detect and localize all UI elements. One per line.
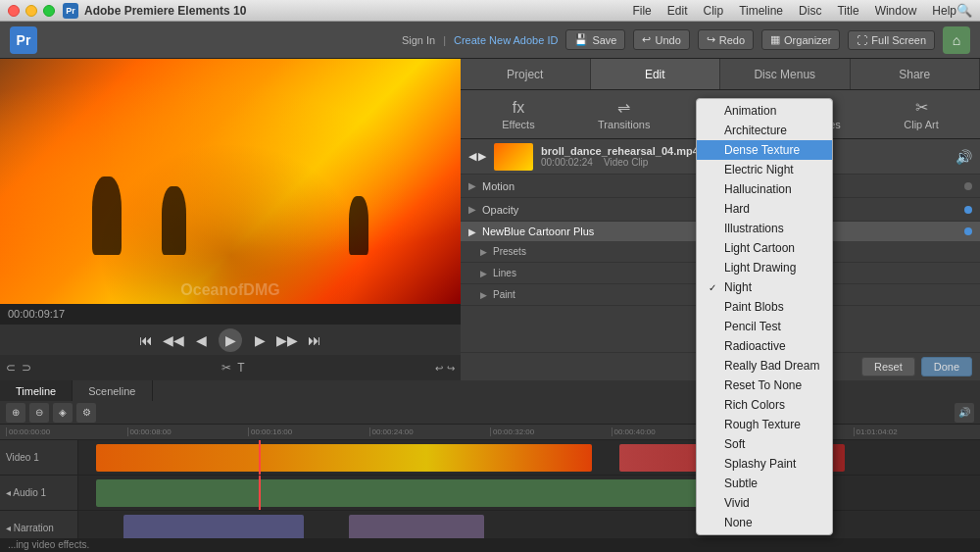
prev-frame-button[interactable]: ◀◀ bbox=[164, 330, 183, 350]
paint-label: Paint bbox=[493, 289, 515, 300]
dropdown-item-light-drawing[interactable]: Light Drawing bbox=[697, 258, 832, 277]
organizer-icon: ▦ bbox=[770, 33, 780, 46]
cartoonr-label: NewBlue Cartoonr Plus bbox=[482, 226, 594, 237]
dropdown-item-light-cartoon[interactable]: Light Cartoon bbox=[697, 238, 832, 258]
bottom-toolbar: ⊂ ⊃ ✂ T ↩ ↪ bbox=[0, 355, 461, 380]
menu-file[interactable]: File bbox=[632, 4, 651, 18]
tl-tool-3[interactable]: ◈ bbox=[53, 403, 73, 423]
dropdown-item-electric-night[interactable]: Electric Night bbox=[697, 160, 832, 179]
menu-timeline[interactable]: Timeline bbox=[739, 4, 783, 18]
close-button[interactable] bbox=[8, 5, 20, 17]
tl-settings[interactable]: ⚙ bbox=[76, 403, 96, 423]
narration-track-content[interactable] bbox=[78, 511, 980, 538]
dropdown-item-dense-texture[interactable]: Dense Texture bbox=[697, 140, 832, 160]
dropdown-item-really-bad-dream[interactable]: Really Bad Dream bbox=[697, 356, 832, 376]
clip-art-icon: ✂ bbox=[915, 98, 928, 117]
audio-clip-main[interactable] bbox=[96, 479, 772, 507]
menu-disc[interactable]: Disc bbox=[799, 4, 821, 18]
audio-playhead bbox=[259, 476, 261, 510]
dropdown-item-pencil-test[interactable]: Pencil Test bbox=[697, 317, 832, 336]
dropdown-item-subtle[interactable]: Subtle bbox=[697, 474, 832, 493]
cartoonr-arrow: ▶ bbox=[468, 226, 476, 237]
redo-small-icon[interactable]: ↪ bbox=[447, 363, 455, 374]
dropdown-item-night[interactable]: ✓ Night bbox=[697, 277, 832, 297]
video-track-content[interactable] bbox=[78, 440, 980, 475]
redo-button[interactable]: ↪ Redo bbox=[698, 29, 754, 50]
next-frame-button[interactable]: ▶▶ bbox=[277, 330, 297, 350]
dropdown-item-paint-blobs[interactable]: Paint Blobs bbox=[697, 297, 832, 317]
dropdown-item-radioactive[interactable]: Radioactive bbox=[697, 336, 832, 356]
effects-icon: fx bbox=[513, 99, 524, 117]
presets-label: Presets bbox=[493, 246, 526, 257]
fullscreen-button[interactable]: ⛶ Full Screen bbox=[848, 30, 935, 50]
forward-button[interactable]: ▶ bbox=[250, 330, 270, 350]
watermark: OceanofDMG bbox=[180, 281, 279, 299]
video-clip-main[interactable] bbox=[96, 444, 592, 472]
sub-tab-clip-art[interactable]: ✂ Clip Art bbox=[896, 94, 946, 134]
done-button[interactable]: Done bbox=[921, 357, 972, 376]
prev-clip-icon[interactable]: ◀ bbox=[468, 150, 476, 163]
search-icon[interactable]: 🔍 bbox=[956, 3, 972, 18]
audio-track-content[interactable] bbox=[78, 476, 980, 510]
dropdown-item-soft[interactable]: Soft bbox=[697, 434, 832, 454]
rewind-button[interactable]: ◀ bbox=[191, 330, 211, 350]
menu-window[interactable]: Window bbox=[875, 4, 917, 18]
sub-tab-transitions[interactable]: ⇌ Transitions bbox=[590, 94, 658, 134]
dropdown-item-rich-colors[interactable]: Rich Colors bbox=[697, 395, 832, 415]
sceneline-tab[interactable]: Sceneline bbox=[73, 380, 152, 401]
reset-button[interactable]: Reset bbox=[861, 357, 915, 376]
step-back-button[interactable]: ⏮ bbox=[136, 330, 156, 350]
timeline-tab[interactable]: Timeline bbox=[0, 380, 73, 401]
play-button[interactable]: ▶ bbox=[219, 328, 242, 352]
tab-disc-menus[interactable]: Disc Menus bbox=[720, 59, 851, 89]
minimize-button[interactable] bbox=[25, 5, 37, 17]
opacity-label: Opacity bbox=[482, 204, 518, 216]
create-id-link[interactable]: Create New Adobe ID bbox=[454, 34, 558, 46]
silhouette-1 bbox=[92, 176, 122, 255]
tab-share[interactable]: Share bbox=[851, 59, 981, 89]
dropdown-item-hard[interactable]: Hard bbox=[697, 199, 832, 219]
undo-small-icon[interactable]: ↩ bbox=[435, 363, 443, 374]
out-point-icon[interactable]: ⊃ bbox=[22, 361, 31, 375]
text-tool-icon[interactable]: T bbox=[237, 361, 244, 375]
narration-clip[interactable] bbox=[123, 515, 304, 538]
dropdown-item-reset-to-none[interactable]: Reset To None bbox=[697, 376, 832, 395]
app-logo: Pr bbox=[10, 26, 37, 54]
sign-in-link[interactable]: Sign In bbox=[402, 34, 435, 46]
sub-tab-effects[interactable]: fx Effects bbox=[494, 95, 542, 134]
undo-button[interactable]: ↩ Undo bbox=[633, 29, 689, 50]
step-forward-button[interactable]: ⏭ bbox=[305, 330, 324, 350]
dropdown-item-rough-texture[interactable]: Rough Texture bbox=[697, 415, 832, 434]
menu-bar: File Edit Clip Timeline Disc Title Windo… bbox=[632, 4, 956, 18]
timeline-ruler: 00:00:00:00 00:00:08:00 00:00:16:00 00:0… bbox=[0, 425, 980, 440]
in-point-icon[interactable]: ⊂ bbox=[6, 361, 16, 375]
menu-edit[interactable]: Edit bbox=[667, 4, 688, 18]
video-overlay bbox=[0, 59, 461, 304]
dropdown-item-splashy-paint[interactable]: Splashy Paint bbox=[697, 454, 832, 474]
volume-icon[interactable]: 🔊 bbox=[956, 149, 972, 165]
audio-track-label: ◂ Audio 1 bbox=[0, 476, 78, 510]
menu-clip[interactable]: Clip bbox=[703, 4, 723, 18]
menu-help[interactable]: Help bbox=[932, 4, 956, 18]
tl-tool-volume[interactable]: 🔊 bbox=[955, 403, 974, 423]
narration-clip-2[interactable] bbox=[349, 515, 484, 538]
menu-title[interactable]: Title bbox=[837, 4, 858, 18]
tl-tool-1[interactable]: ⊕ bbox=[6, 403, 25, 423]
dropdown-item-animation[interactable]: Animation bbox=[697, 101, 832, 121]
home-button[interactable]: ⌂ bbox=[943, 26, 970, 54]
save-button[interactable]: 💾 Save bbox=[565, 29, 625, 50]
maximize-button[interactable] bbox=[43, 5, 55, 17]
tab-project[interactable]: Project bbox=[461, 59, 591, 89]
dropdown-item-architecture[interactable]: Architecture bbox=[697, 121, 832, 140]
dropdown-item-hallucination[interactable]: Hallucination bbox=[697, 179, 832, 199]
dropdown-item-vivid[interactable]: Vivid bbox=[697, 493, 832, 513]
motion-label: Motion bbox=[482, 180, 514, 192]
cut-tool-icon[interactable]: ✂ bbox=[221, 361, 231, 375]
organizer-button[interactable]: ▦ Organizer bbox=[761, 29, 840, 50]
dropdown-item-illustrations[interactable]: Illustrations bbox=[697, 219, 832, 238]
tab-edit[interactable]: Edit bbox=[591, 59, 721, 89]
dropdown-item-none[interactable]: None bbox=[697, 513, 832, 532]
redo-icon: ↪ bbox=[707, 33, 715, 46]
next-clip-icon[interactable]: ▶ bbox=[478, 150, 486, 163]
tl-tool-2[interactable]: ⊖ bbox=[29, 403, 49, 423]
